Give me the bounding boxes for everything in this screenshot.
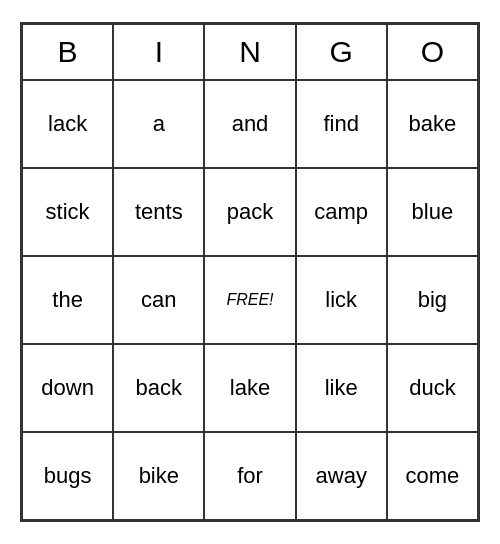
header-cell-G: G — [296, 24, 387, 80]
bingo-cell-2-1: can — [113, 256, 204, 344]
bingo-row-1: sticktentspackcampblue — [22, 168, 478, 256]
bingo-cell-4-3: away — [296, 432, 387, 520]
bingo-cell-3-0: down — [22, 344, 113, 432]
bingo-row-2: thecanFREE!lickbig — [22, 256, 478, 344]
bingo-cell-1-0: stick — [22, 168, 113, 256]
bingo-cell-1-4: blue — [387, 168, 478, 256]
bingo-cell-0-4: bake — [387, 80, 478, 168]
bingo-cell-3-4: duck — [387, 344, 478, 432]
bingo-cell-3-3: like — [296, 344, 387, 432]
header-cell-N: N — [204, 24, 295, 80]
bingo-cell-2-3: lick — [296, 256, 387, 344]
bingo-cell-2-0: the — [22, 256, 113, 344]
bingo-cell-1-1: tents — [113, 168, 204, 256]
bingo-cell-1-3: camp — [296, 168, 387, 256]
bingo-cell-4-4: come — [387, 432, 478, 520]
bingo-cell-0-0: lack — [22, 80, 113, 168]
bingo-cell-3-1: back — [113, 344, 204, 432]
bingo-cell-4-2: for — [204, 432, 295, 520]
bingo-cell-4-0: bugs — [22, 432, 113, 520]
header-cell-B: B — [22, 24, 113, 80]
bingo-cell-0-3: find — [296, 80, 387, 168]
bingo-cell-2-4: big — [387, 256, 478, 344]
bingo-cell-3-2: lake — [204, 344, 295, 432]
header-cell-O: O — [387, 24, 478, 80]
bingo-cell-0-2: and — [204, 80, 295, 168]
header-cell-I: I — [113, 24, 204, 80]
bingo-row-3: downbacklakelikeduck — [22, 344, 478, 432]
bingo-cell-1-2: pack — [204, 168, 295, 256]
bingo-header-row: BINGO — [22, 24, 478, 80]
bingo-row-4: bugsbikeforawaycome — [22, 432, 478, 520]
bingo-card: BINGO lackaandfindbakesticktentspackcamp… — [20, 22, 480, 522]
bingo-cell-0-1: a — [113, 80, 204, 168]
bingo-cell-2-2: FREE! — [204, 256, 295, 344]
bingo-cell-4-1: bike — [113, 432, 204, 520]
bingo-row-0: lackaandfindbake — [22, 80, 478, 168]
